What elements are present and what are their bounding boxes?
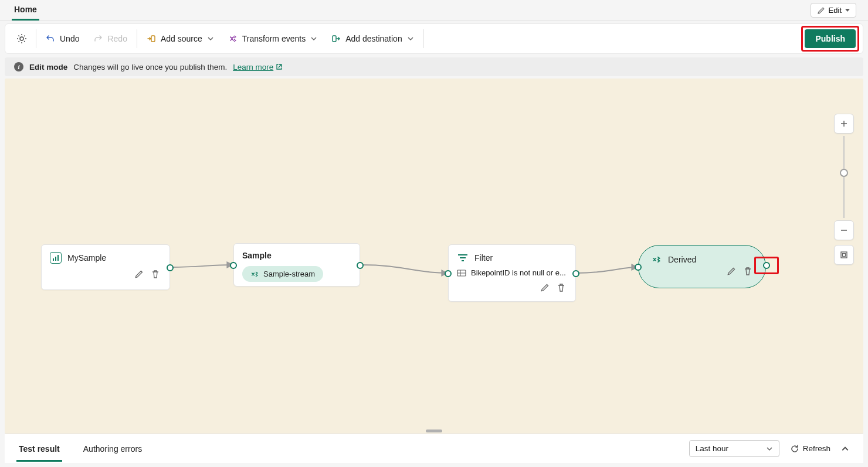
expression-icon <box>457 270 466 277</box>
node-sample-title: Sample <box>242 251 272 260</box>
undo-label: Undo <box>60 34 79 43</box>
svg-rect-3 <box>53 258 54 261</box>
gear-icon <box>16 33 28 45</box>
edit-dropdown-button[interactable]: Edit <box>811 3 856 18</box>
refresh-button[interactable]: Refresh <box>790 444 830 454</box>
publish-button[interactable]: Publish <box>805 29 856 48</box>
fit-to-screen-button[interactable] <box>834 245 854 265</box>
edit-node-button[interactable] <box>539 282 551 294</box>
panel-resize-handle[interactable] <box>426 429 442 432</box>
toolbar: Undo Redo Add source Transform events Ad… <box>5 23 863 54</box>
chevron-down-icon <box>207 35 214 42</box>
publish-highlight: Publish <box>801 26 859 52</box>
svg-rect-5 <box>57 255 59 261</box>
header-tabs: Home Edit <box>0 0 868 21</box>
output-port[interactable] <box>763 262 770 269</box>
node-derived-title: Derived <box>668 255 696 264</box>
delete-node-button[interactable] <box>742 265 754 277</box>
learn-more-link[interactable]: Learn more <box>233 63 283 71</box>
info-icon: i <box>14 62 23 71</box>
input-port[interactable] <box>445 270 452 277</box>
time-range-select[interactable]: Last hour <box>689 440 779 457</box>
output-port[interactable] <box>357 262 364 269</box>
canvas[interactable]: MySample Sample Sample-stream Filter <box>5 79 863 434</box>
zoom-slider-track[interactable] <box>843 136 845 218</box>
node-filter[interactable]: Filter BikepointID is not null or e... <box>448 244 576 302</box>
chevron-down-icon <box>407 35 414 42</box>
tab-authoring-errors[interactable]: Authoring errors <box>81 436 144 462</box>
trash-icon <box>151 270 160 279</box>
derived-output-highlight <box>754 257 779 274</box>
svg-rect-1 <box>151 36 155 42</box>
input-port[interactable] <box>635 264 642 271</box>
time-range-value: Last hour <box>696 444 728 453</box>
delete-node-button[interactable] <box>555 282 567 294</box>
undo-icon <box>46 34 55 43</box>
add-destination-icon <box>331 34 341 43</box>
collapse-panel-button[interactable] <box>839 442 852 455</box>
edit-mode-message: Changes will go live once you publish th… <box>73 63 227 71</box>
edit-mode-infobar: i Edit mode Changes will go live once yo… <box>5 57 863 76</box>
pencil-icon <box>727 267 736 276</box>
node-source[interactable]: MySample <box>41 244 170 290</box>
transform-icon <box>228 34 238 43</box>
transform-label: Transform events <box>242 34 306 43</box>
output-port[interactable] <box>572 270 579 277</box>
external-link-icon <box>276 63 283 70</box>
stream-icon <box>650 254 662 265</box>
trash-icon <box>557 283 566 292</box>
filter-icon <box>457 252 469 264</box>
node-source-title: MySample <box>67 253 106 263</box>
add-source-label: Add source <box>161 34 202 43</box>
add-source-button[interactable]: Add source <box>140 29 221 48</box>
node-sample[interactable]: Sample Sample-stream <box>233 243 360 287</box>
node-derived[interactable]: Derived <box>638 245 766 288</box>
input-port[interactable] <box>230 262 237 269</box>
add-destination-button[interactable]: Add destination <box>324 29 421 48</box>
undo-button[interactable]: Undo <box>39 29 86 48</box>
redo-button[interactable]: Redo <box>86 29 134 48</box>
svg-rect-12 <box>841 252 847 258</box>
zoom-slider-thumb[interactable] <box>840 169 848 177</box>
bottom-panel: Test result Authoring errors Last hour R… <box>5 434 863 463</box>
delete-node-button[interactable] <box>150 268 161 280</box>
tab-test-result[interactable]: Test result <box>16 436 62 462</box>
chevron-up-icon <box>841 445 849 453</box>
add-source-icon <box>147 34 156 43</box>
svg-point-0 <box>20 37 23 40</box>
transform-events-button[interactable]: Transform events <box>221 29 324 48</box>
eventstream-icon <box>50 252 62 264</box>
redo-label: Redo <box>107 34 127 43</box>
sample-pill-label: Sample-stream <box>263 270 315 278</box>
settings-button[interactable] <box>10 28 33 49</box>
output-port[interactable] <box>167 264 174 271</box>
add-destination-label: Add destination <box>345 34 402 43</box>
edit-node-button[interactable] <box>133 268 145 280</box>
svg-rect-2 <box>333 36 336 42</box>
stream-icon <box>250 270 259 278</box>
filter-expression: BikepointID is not null or e... <box>471 268 566 277</box>
sample-stream-pill[interactable]: Sample-stream <box>242 266 323 282</box>
edit-mode-label: Edit mode <box>29 63 67 71</box>
minus-icon <box>840 226 848 234</box>
zoom-controls <box>834 114 854 265</box>
caret-down-icon <box>845 9 850 12</box>
refresh-label: Refresh <box>803 444 830 453</box>
zoom-out-button[interactable] <box>834 220 854 240</box>
trash-icon <box>743 267 752 276</box>
pencil-icon <box>540 283 550 292</box>
redo-icon <box>93 34 103 43</box>
chevron-down-icon <box>310 35 317 42</box>
plus-icon <box>840 120 848 128</box>
svg-rect-13 <box>843 254 846 257</box>
refresh-icon <box>790 444 799 454</box>
zoom-in-button[interactable] <box>834 114 854 134</box>
chevron-down-icon <box>766 445 773 452</box>
pencil-icon <box>817 6 825 15</box>
pencil-icon <box>134 270 144 279</box>
edit-label: Edit <box>829 6 842 15</box>
node-filter-title: Filter <box>474 253 493 263</box>
edit-node-button[interactable] <box>725 265 737 277</box>
svg-rect-4 <box>55 257 56 261</box>
tab-home[interactable]: Home <box>12 0 39 21</box>
